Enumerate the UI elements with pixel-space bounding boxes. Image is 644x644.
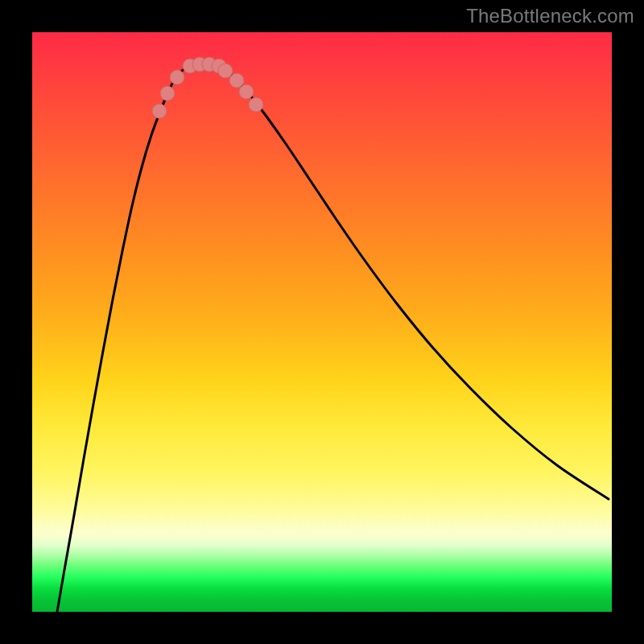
attribution-text: TheBottleneck.com	[466, 5, 634, 27]
data-point-marker	[218, 64, 233, 78]
data-point-marker	[239, 85, 254, 99]
curve-markers	[152, 57, 263, 118]
curve-path	[57, 64, 609, 612]
data-point-marker	[249, 97, 263, 112]
data-point-marker	[170, 70, 184, 85]
data-point-marker	[229, 73, 244, 88]
data-point-marker	[152, 104, 167, 118]
data-point-marker	[160, 86, 175, 101]
chart-frame: TheBottleneck.com	[0, 0, 644, 644]
plot-area	[32, 32, 612, 612]
bottleneck-line	[57, 64, 609, 612]
bottleneck-curve	[32, 32, 612, 612]
